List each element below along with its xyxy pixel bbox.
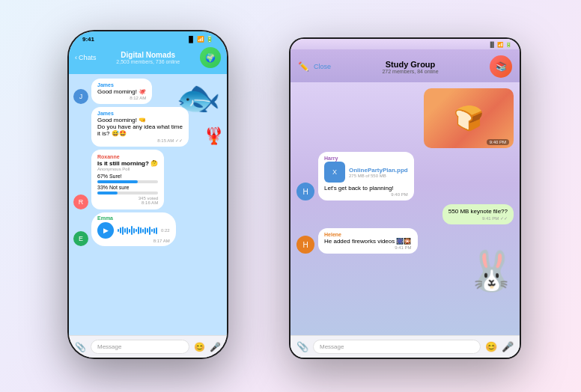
crab-sticker: 🦞 [204, 126, 224, 146]
message-time: 9:40 PM [324, 192, 408, 197]
file-info: OnlinePartyPlan.ppd 275 MB of 550 MB [349, 167, 408, 178]
tablet-chat-subtitle: 272 members, 84 online [335, 69, 485, 74]
tablet-chat-avatar[interactable]: 📚 [490, 55, 512, 78]
image-time: 9:40 PM [487, 139, 509, 145]
message-text: Good morning! 🤜Do you have any idea what… [97, 117, 183, 137]
monster-sticker: 🐰 [467, 251, 516, 290]
toast-image: 🍞 9:40 PM [424, 88, 514, 148]
tablet-chat-bubble: Helene He added fireworks videos 🎆🎇 9:41… [318, 228, 418, 254]
message-text: 550 MB keynote file?? [448, 208, 508, 215]
phone-status-bar: 9:41 ▐▌ 📶 🔋 [69, 31, 227, 44]
sticker-icon[interactable]: 😊 [194, 342, 205, 352]
avatar: R [73, 195, 88, 209]
sender-name: Emma [97, 215, 170, 221]
phone-chat-avatar[interactable]: 🌍 [200, 47, 221, 68]
wave-bar [124, 228, 126, 233]
message-time: 9:41 PM [324, 245, 412, 250]
avatar: J [73, 89, 88, 104]
message-time: 8:12 AM [97, 96, 146, 100]
chevron-left-icon: ‹ [75, 54, 77, 61]
chat-bubble: James Good morning! 🤜Do you have any ide… [91, 107, 189, 147]
attachment-icon[interactable]: 📎 [296, 341, 308, 352]
tablet-input-bar: 📎 Message 😊 🎤 [290, 335, 520, 358]
sender-name: Helene [324, 232, 412, 237]
avatar: H [296, 183, 314, 200]
message-row: E Emma ▶ [73, 212, 222, 246]
audio-bubble: Emma ▶ [91, 212, 176, 246]
audio-duration: 0:22 [161, 228, 170, 233]
mic-icon[interactable]: 🎤 [210, 342, 221, 352]
message-text: Let's get back to planning! [324, 185, 408, 192]
tablet-chat-area: 🍞 9:40 PM H Harry X OnlinePartyPlan.ppd … [290, 82, 520, 335]
image-bubble: 🍞 9:40 PM [424, 88, 514, 148]
poll-option: 33% Not sure [97, 185, 158, 190]
poll-bar-fill [97, 180, 138, 183]
wave-bar [140, 227, 142, 233]
close-button[interactable]: Close [314, 63, 331, 70]
tablet-avatar-emoji: 📚 [496, 61, 507, 72]
file-size: 275 MB of 550 MB [349, 174, 408, 178]
wave-bar [147, 228, 148, 233]
sender-name: Roxanne [97, 154, 158, 159]
poll-bar-bg [97, 192, 158, 195]
tablet-status-bar: ▐▌ 📶 🔋 [290, 39, 520, 49]
edit-icon[interactable]: ✏️ [298, 61, 309, 72]
wave-bar [156, 227, 157, 234]
file-attachment: X OnlinePartyPlan.ppd 275 MB of 550 MB [324, 162, 408, 183]
wave-bar [133, 228, 135, 233]
message-time: 8:17 AM [97, 239, 170, 243]
wave-bar [142, 229, 144, 233]
input-placeholder: Message [97, 343, 121, 350]
message-time: 8:16 AM [97, 200, 158, 205]
phone-header: ‹ Chats Digital Nomads 2,503 members, 73… [69, 44, 227, 74]
wave-bar [127, 227, 128, 234]
phone-back-button[interactable]: ‹ Chats [75, 54, 97, 61]
poll-bar-fill [97, 192, 118, 195]
sender-name: James [97, 111, 183, 116]
file-name: OnlinePartyPlan.ppd [349, 167, 408, 174]
audio-waveform [118, 225, 157, 236]
phone-screen: 9:41 ▐▌ 📶 🔋 ‹ Chats Digital Nomads 2,503… [69, 31, 227, 358]
message-time: 9:41 PM ✓✓ [448, 215, 508, 221]
phone-header-center: Digital Nomads 2,503 members, 736 online [97, 51, 200, 64]
tablet-screen: ▐▌ 📶 🔋 ✏️ Close Study Group 272 members,… [290, 39, 520, 358]
message-time: 8:15 AM ✓✓ [97, 138, 183, 143]
image-message-row: 🍞 9:40 PM [296, 88, 514, 148]
sender-name: Harry [324, 156, 408, 161]
poll-title: Is it still morning? 🤔 [97, 160, 158, 167]
wave-bar [118, 229, 119, 232]
wave-bar [131, 226, 133, 235]
phone-chat-subtitle: 2,503 members, 736 online [97, 59, 200, 64]
tablet-chat-bubble-sent: 550 MB keynote file?? 9:41 PM ✓✓ [442, 204, 514, 224]
wave-bar [153, 228, 155, 233]
tablet-message-row: 550 MB keynote file?? 9:41 PM ✓✓ [296, 204, 514, 224]
chat-bubble: James Good morning! 🐙 8:12 AM [91, 79, 152, 104]
wave-bar [145, 227, 146, 234]
wave-bar [129, 229, 130, 233]
file-icon: X [324, 162, 345, 183]
avatar: H [296, 236, 314, 254]
audio-player: ▶ [97, 222, 170, 239]
sticker-icon[interactable]: 😊 [485, 341, 497, 352]
phone-signal-icons: ▐▌ 📶 🔋 [186, 36, 213, 43]
input-placeholder: Message [320, 343, 344, 350]
phone-message-input[interactable]: Message [91, 340, 189, 354]
wave-bar [138, 227, 139, 234]
message-row: R Roxanne Is it still morning? 🤔 Anonymo… [73, 150, 222, 209]
avatar: E [73, 231, 88, 246]
tablet-header: ✏️ Close Study Group 272 members, 84 onl… [290, 49, 520, 82]
phone-device: 9:41 ▐▌ 📶 🔋 ‹ Chats Digital Nomads 2,503… [67, 30, 228, 359]
attachment-icon[interactable]: 📎 [75, 342, 86, 352]
poll-option: 67% Sure! [97, 174, 158, 179]
poll-bar-bg [97, 180, 158, 183]
wave-bar [120, 227, 121, 233]
message-text: He added fireworks videos 🎆🎇 [324, 238, 412, 245]
wave-bar [149, 227, 150, 235]
tablet-message-input[interactable]: Message [313, 340, 481, 354]
audio-play-button[interactable]: ▶ [97, 222, 114, 239]
message-text: Good morning! 🐙 [97, 88, 146, 95]
mic-icon[interactable]: 🎤 [502, 341, 514, 352]
wave-bar [151, 229, 153, 232]
phone-avatar-emoji: 🌍 [205, 53, 216, 63]
phone-back-label: Chats [79, 54, 97, 61]
